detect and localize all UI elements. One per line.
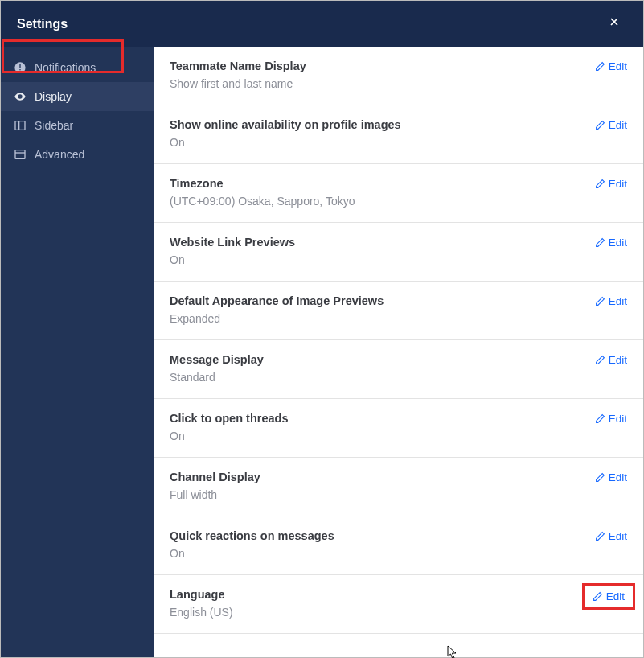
- edit-label: Edit: [609, 178, 627, 190]
- setting-info: Channel DisplayFull width: [170, 471, 595, 501]
- pencil-icon: [595, 120, 605, 130]
- setting-title: Default Appearance of Image Previews: [170, 294, 595, 307]
- setting-title: Quick reactions on messages: [170, 529, 595, 542]
- setting-info: Message DisplayStandard: [170, 353, 595, 384]
- sidebar-item-display[interactable]: Display: [1, 82, 154, 111]
- edit-label: Edit: [609, 471, 627, 483]
- edit-button-channel-display[interactable]: Edit: [595, 471, 627, 483]
- setting-title: Show online availability on profile imag…: [170, 118, 595, 131]
- sidebar-item-notifications[interactable]: Notifications: [1, 53, 154, 82]
- edit-button-click-open-threads[interactable]: Edit: [595, 412, 627, 425]
- setting-row-teammate-name-display: Teammate Name DisplayShow first and last…: [154, 47, 643, 105]
- window-icon: [14, 148, 27, 161]
- pencil-icon: [595, 355, 605, 365]
- columns-icon: [14, 119, 27, 132]
- edit-label: Edit: [609, 530, 627, 542]
- edit-button-timezone[interactable]: Edit: [595, 177, 627, 190]
- setting-row-channel-display: Channel DisplayFull widthEdit: [154, 458, 643, 516]
- pencil-icon: [593, 591, 603, 602]
- setting-row-message-display: Message DisplayStandardEdit: [154, 340, 643, 399]
- edit-label: Edit: [609, 60, 627, 72]
- edit-button-quick-reactions[interactable]: Edit: [595, 529, 627, 542]
- pencil-icon: [595, 472, 605, 483]
- sidebar-item-advanced[interactable]: Advanced: [1, 140, 154, 169]
- settings-title: Settings: [17, 17, 68, 31]
- pencil-icon: [595, 296, 605, 306]
- setting-value: On: [170, 136, 595, 149]
- settings-content[interactable]: Teammate Name DisplayShow first and last…: [154, 47, 643, 657]
- edit-label: Edit: [606, 590, 625, 602]
- sidebar-item-label: Notifications: [35, 61, 96, 74]
- edit-label: Edit: [609, 236, 627, 249]
- alert-circle-icon: [14, 61, 27, 74]
- svg-rect-1: [19, 64, 20, 68]
- sidebar-item-label: Sidebar: [35, 119, 73, 132]
- edit-label: Edit: [609, 119, 627, 131]
- pencil-icon: [595, 237, 605, 248]
- setting-info: Website Link PreviewsOn: [170, 236, 595, 266]
- settings-sidebar: NotificationsDisplaySidebarAdvanced: [1, 47, 154, 657]
- sidebar-item-label: Advanced: [35, 148, 84, 161]
- setting-value: Expanded: [170, 312, 595, 325]
- setting-title: Click to open threads: [170, 412, 595, 425]
- setting-title: Timezone: [170, 177, 595, 190]
- setting-value: Show first and last name: [170, 77, 595, 90]
- setting-row-click-open-threads: Click to open threadsOnEdit: [154, 399, 643, 458]
- settings-body: NotificationsDisplaySidebarAdvanced Team…: [1, 47, 643, 657]
- svg-rect-4: [15, 121, 25, 130]
- setting-info: Click to open threadsOn: [170, 412, 595, 442]
- settings-header: Settings: [1, 1, 643, 47]
- eye-icon: [14, 90, 27, 103]
- edit-button-website-link-previews[interactable]: Edit: [595, 236, 627, 249]
- setting-value: On: [170, 253, 595, 266]
- setting-title: Channel Display: [170, 471, 595, 483]
- setting-row-show-online-availability: Show online availability on profile imag…: [154, 105, 643, 164]
- setting-info: LanguageEnglish (US): [170, 588, 590, 619]
- svg-rect-6: [15, 150, 25, 159]
- edit-button-language-highlighted[interactable]: Edit: [582, 583, 635, 610]
- pencil-icon: [595, 531, 605, 541]
- sidebar-item-sidebar[interactable]: Sidebar: [1, 111, 154, 140]
- edit-label: Edit: [609, 295, 627, 307]
- pencil-icon: [595, 413, 605, 424]
- setting-row-language: LanguageEnglish (US)Edit: [154, 575, 643, 634]
- setting-row-quick-reactions: Quick reactions on messagesOnEdit: [154, 516, 643, 575]
- setting-value: English (US): [170, 606, 590, 619]
- setting-value: Full width: [170, 488, 595, 501]
- setting-row-website-link-previews: Website Link PreviewsOnEdit: [154, 223, 643, 282]
- close-icon: [608, 15, 621, 31]
- setting-title: Website Link Previews: [170, 236, 595, 249]
- setting-info: Timezone(UTC+09:00) Osaka, Sapporo, Toky…: [170, 177, 595, 208]
- setting-info: Teammate Name DisplayShow first and last…: [170, 60, 595, 90]
- sidebar-item-label: Display: [35, 90, 72, 103]
- setting-value: On: [170, 430, 595, 442]
- setting-info: Quick reactions on messagesOn: [170, 529, 595, 560]
- edit-button-teammate-name-display[interactable]: Edit: [595, 60, 627, 72]
- pencil-icon: [595, 179, 605, 189]
- setting-row-timezone: Timezone(UTC+09:00) Osaka, Sapporo, Toky…: [154, 164, 643, 223]
- setting-row-default-image-previews: Default Appearance of Image PreviewsExpa…: [154, 282, 643, 340]
- svg-point-3: [19, 96, 22, 98]
- setting-value: On: [170, 547, 595, 560]
- setting-title: Language: [170, 588, 590, 601]
- setting-value: (UTC+09:00) Osaka, Sapporo, Tokyo: [170, 195, 595, 208]
- edit-button-default-image-previews[interactable]: Edit: [595, 294, 627, 307]
- setting-value: Standard: [170, 371, 595, 384]
- edit-label: Edit: [609, 413, 627, 425]
- setting-info: Default Appearance of Image PreviewsExpa…: [170, 294, 595, 325]
- pencil-icon: [595, 61, 605, 72]
- setting-info: Show online availability on profile imag…: [170, 118, 595, 149]
- close-button[interactable]: [601, 12, 627, 35]
- svg-rect-2: [19, 69, 20, 70]
- setting-title: Message Display: [170, 353, 595, 366]
- edit-button-message-display[interactable]: Edit: [595, 353, 627, 366]
- setting-title: Teammate Name Display: [170, 60, 595, 72]
- edit-label: Edit: [609, 354, 627, 366]
- edit-button-show-online-availability[interactable]: Edit: [595, 118, 627, 131]
